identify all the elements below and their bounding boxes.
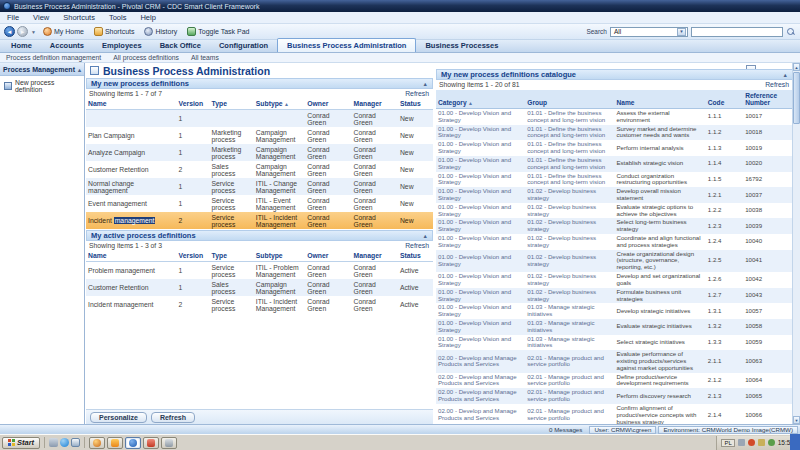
column-header[interactable]: Category ▲ — [436, 90, 525, 109]
refresh-link[interactable]: Refresh — [405, 90, 429, 97]
collapse-icon[interactable]: ▲ — [783, 72, 788, 78]
subnav-item[interactable]: All process definitions — [107, 54, 185, 61]
table-row[interactable]: 01.00 - Develop Vision and Strategy01.02… — [436, 218, 793, 234]
toggle-task-pad-button[interactable]: Toggle Task Pad — [184, 26, 254, 37]
table-row[interactable]: 01.00 - Develop Vision and Strategy01.02… — [436, 288, 793, 304]
column-header[interactable]: Name — [86, 98, 177, 110]
vertical-scrollbar[interactable]: ▲ ▼ — [792, 63, 800, 424]
table-row[interactable]: 02.00 - Develop and Manage Products and … — [436, 350, 793, 372]
table-row[interactable]: Customer Retention1Sales processCampaign… — [86, 279, 433, 296]
table-row[interactable]: 01.00 - Develop Vision and Strategy01.02… — [436, 187, 793, 203]
catalogue-section-header[interactable]: My new process definitions catalogue ▲ — [436, 69, 793, 80]
table-row[interactable]: 01.00 - Develop Vision and Strategy01.01… — [436, 156, 793, 172]
quick-launch-icon-2[interactable] — [60, 438, 69, 447]
search-icon[interactable] — [786, 27, 796, 37]
scroll-up-icon[interactable]: ▲ — [793, 63, 800, 71]
column-header[interactable]: Type — [210, 98, 254, 110]
column-header[interactable]: Owner — [305, 98, 351, 110]
column-header[interactable]: Reference Number — [743, 90, 793, 109]
column-header[interactable]: Status — [398, 98, 433, 110]
table-row[interactable]: 01.00 - Develop Vision and Strategy01.02… — [436, 234, 793, 250]
table-row[interactable]: 01.00 - Develop Vision and Strategy01.01… — [436, 172, 793, 188]
table-row[interactable]: 01.00 - Develop Vision and Strategy01.02… — [436, 272, 793, 288]
menu-item[interactable]: Shortcuts — [56, 13, 102, 22]
taskbar-app-globe[interactable] — [89, 437, 105, 449]
forward-button[interactable]: ► — [17, 26, 28, 37]
table-row[interactable]: 02.00 - Develop and Manage Products and … — [436, 404, 793, 424]
sidebar-item-new-process-definition[interactable]: New process definition — [0, 76, 84, 93]
column-header[interactable]: Owner — [305, 250, 351, 262]
column-header[interactable]: Name — [86, 250, 177, 262]
collapse-icon[interactable]: ▲ — [423, 233, 428, 239]
table-row[interactable]: Incident management2Service processITIL … — [86, 212, 433, 229]
table-row[interactable]: 1Conrad GreenConrad GreenNew — [86, 110, 433, 128]
menu-item[interactable]: Help — [133, 13, 162, 22]
tab[interactable]: Employees — [93, 39, 151, 52]
table-row[interactable]: Customer Retention2Sales processCampaign… — [86, 161, 433, 178]
column-header[interactable]: Status — [398, 250, 433, 262]
tab[interactable]: Back Office — [151, 39, 210, 52]
start-button[interactable]: Start — [2, 437, 40, 449]
language-indicator[interactable]: PL — [721, 439, 734, 447]
table-row[interactable]: 01.00 - Develop Vision and Strategy01.02… — [436, 250, 793, 272]
sidebar-header[interactable]: Process Management ▴ — [0, 63, 84, 76]
tab[interactable]: Home — [2, 39, 41, 52]
quick-launch-icon-1[interactable] — [49, 438, 58, 447]
column-header[interactable]: Code — [706, 90, 743, 109]
refresh-button[interactable]: Refresh — [151, 412, 195, 423]
column-header[interactable]: Version — [177, 250, 210, 262]
shortcuts-button[interactable]: Shortcuts — [91, 26, 140, 37]
table-row[interactable]: 01.00 - Develop Vision and Strategy01.01… — [436, 140, 793, 156]
scroll-down-icon[interactable]: ▼ — [793, 416, 800, 424]
taskbar-app-orange[interactable] — [107, 437, 123, 449]
tab[interactable]: Accounts — [41, 39, 93, 52]
column-header[interactable]: Subtype ▲ — [254, 98, 305, 110]
column-header[interactable]: Manager — [352, 98, 398, 110]
subnav-item[interactable]: Process definition management — [0, 54, 107, 61]
table-row[interactable]: 02.00 - Develop and Manage Products and … — [436, 388, 793, 404]
table-row[interactable]: Problem management1Service processITIL -… — [86, 262, 433, 280]
search-scope-select[interactable]: All ▼ — [610, 27, 688, 37]
active-definitions-section-header[interactable]: My active process definitions ▲ — [86, 230, 433, 241]
table-row[interactable]: 01.00 - Develop Vision and Strategy01.02… — [436, 203, 793, 219]
table-row[interactable]: 01.00 - Develop Vision and Strategy01.01… — [436, 109, 793, 125]
tab[interactable]: Configuration — [210, 39, 277, 52]
table-row[interactable]: 01.00 - Develop Vision and Strategy01.03… — [436, 319, 793, 335]
tray-icon-network[interactable] — [738, 439, 745, 446]
tray-icon-alert[interactable] — [748, 439, 755, 446]
tab[interactable]: Business Processes — [416, 39, 507, 52]
table-row[interactable]: 01.00 - Develop Vision and Strategy01.01… — [436, 125, 793, 141]
table-row[interactable]: Plan Campaign1Marketing processCampaign … — [86, 127, 433, 144]
table-row[interactable]: Event management1Service processITIL - E… — [86, 195, 433, 212]
column-header[interactable]: Name — [615, 90, 706, 109]
table-row[interactable]: 01.00 - Develop Vision and Strategy01.03… — [436, 303, 793, 319]
nav-dropdown-icon[interactable]: ▼ — [31, 29, 36, 35]
menu-item[interactable]: Tools — [102, 13, 134, 22]
menu-item[interactable]: View — [26, 13, 56, 22]
chevron-down-icon[interactable]: ▼ — [677, 28, 686, 36]
new-definitions-section-header[interactable]: My new process definitions ▲ — [86, 78, 433, 89]
subnav-item[interactable]: All teams — [185, 54, 225, 61]
messages-status[interactable]: 0 Messages — [544, 426, 587, 434]
back-button[interactable]: ◄ — [4, 26, 15, 37]
menu-item[interactable]: File — [0, 13, 26, 22]
tray-icon-update[interactable] — [758, 439, 765, 446]
history-button[interactable]: History — [141, 26, 182, 37]
search-input[interactable] — [691, 27, 783, 37]
column-header[interactable]: Group — [525, 90, 614, 109]
quick-launch-icon-3[interactable] — [71, 438, 80, 447]
column-header[interactable]: Manager — [352, 250, 398, 262]
taskbar-app-gray[interactable] — [161, 437, 177, 449]
column-header[interactable]: Type — [210, 250, 254, 262]
my-home-button[interactable]: My Home — [40, 26, 89, 37]
refresh-link[interactable]: Refresh — [765, 81, 789, 88]
taskbar-app-pivotal[interactable] — [125, 437, 141, 449]
table-row[interactable]: Analyze Campaign1Marketing processCampai… — [86, 144, 433, 161]
table-row[interactable]: 02.00 - Develop and Manage Products and … — [436, 373, 793, 389]
taskbar-app-red[interactable] — [143, 437, 159, 449]
scrollbar-thumb[interactable] — [793, 72, 800, 124]
refresh-link[interactable]: Refresh — [405, 242, 429, 249]
tray-icon-shield[interactable] — [768, 439, 775, 446]
table-row[interactable]: 01.00 - Develop Vision and Strategy01.03… — [436, 335, 793, 351]
column-header[interactable]: Version — [177, 98, 210, 110]
